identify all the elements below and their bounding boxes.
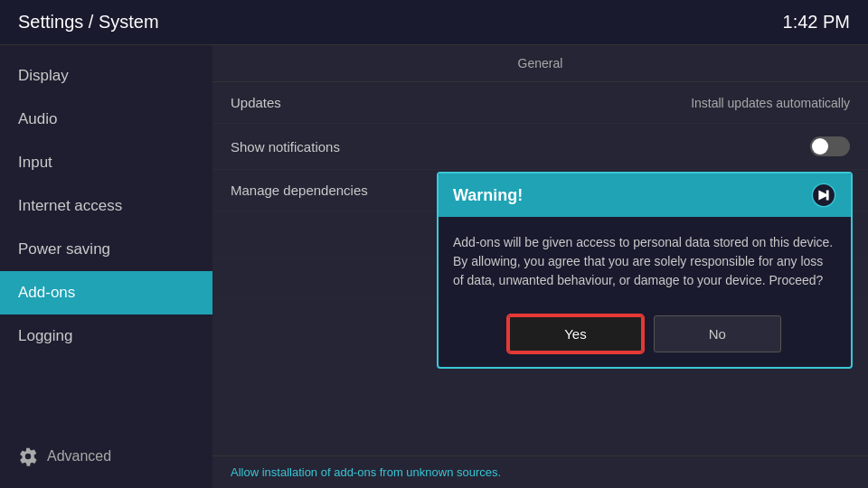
notifications-label: Show notifications bbox=[231, 139, 340, 155]
sidebar-item-input[interactable]: Input bbox=[0, 141, 212, 184]
sidebar: Display Audio Input Internet access Powe… bbox=[0, 45, 212, 488]
setting-row-notifications: Show notifications bbox=[212, 124, 868, 170]
svg-marker-2 bbox=[826, 190, 829, 200]
sidebar-item-internet-access[interactable]: Internet access bbox=[0, 184, 212, 228]
main-layout: Display Audio Input Internet access Powe… bbox=[0, 45, 868, 488]
updates-label: Updates bbox=[231, 95, 281, 110]
sidebar-item-add-ons[interactable]: Add-ons bbox=[0, 271, 212, 314]
sidebar-item-audio[interactable]: Audio bbox=[0, 98, 212, 141]
clock: 1:42 PM bbox=[783, 12, 850, 33]
page-title: Settings / System bbox=[18, 12, 159, 33]
sidebar-item-power-saving[interactable]: Power saving bbox=[0, 228, 212, 271]
manage-deps-label: Manage dependencies bbox=[231, 183, 368, 198]
yes-button[interactable]: Yes bbox=[508, 315, 642, 352]
gear-icon bbox=[18, 446, 38, 466]
dialog-buttons: Yes No bbox=[439, 306, 851, 367]
advanced-label: Advanced bbox=[47, 448, 111, 465]
kodi-logo-icon bbox=[811, 183, 836, 208]
no-button[interactable]: No bbox=[654, 315, 781, 352]
updates-value: Install updates automatically bbox=[691, 96, 850, 110]
dialog-body: Add-ons will be given access to personal… bbox=[439, 217, 851, 306]
bottom-hint: Allow installation of add-ons from unkno… bbox=[212, 455, 868, 488]
sidebar-item-logging[interactable]: Logging bbox=[0, 314, 212, 358]
notifications-toggle[interactable] bbox=[810, 136, 850, 156]
sidebar-advanced[interactable]: Advanced bbox=[0, 434, 212, 479]
sidebar-item-display[interactable]: Display bbox=[0, 54, 212, 98]
warning-dialog: Warning! Add-ons will be given access to… bbox=[437, 172, 853, 369]
sidebar-nav: Display Audio Input Internet access Powe… bbox=[0, 54, 212, 358]
main-content: General Updates Install updates automati… bbox=[212, 45, 868, 488]
app-header: Settings / System 1:42 PM bbox=[0, 0, 868, 45]
dialog-header: Warning! bbox=[439, 174, 851, 217]
section-label: General bbox=[212, 45, 868, 82]
setting-row-updates: Updates Install updates automatically bbox=[212, 82, 868, 124]
dialog-title: Warning! bbox=[453, 186, 523, 205]
